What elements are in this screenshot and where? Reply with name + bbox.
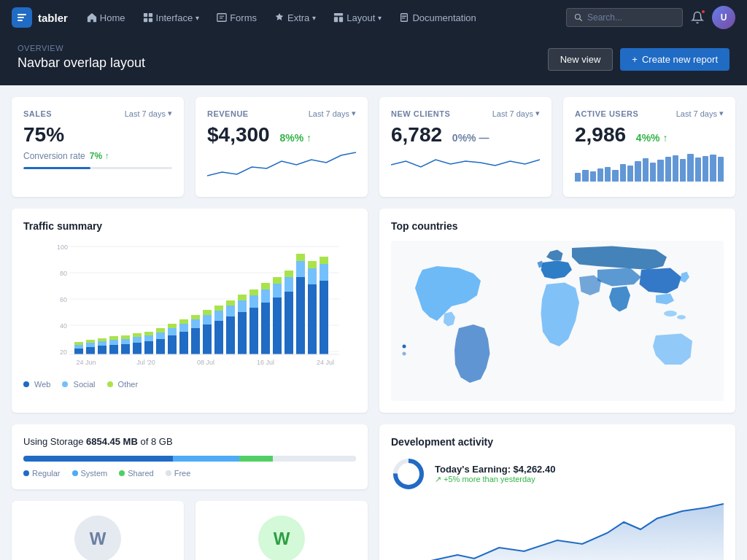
svg-rect-58	[226, 316, 235, 354]
earnings-donut	[391, 456, 426, 491]
svg-rect-34	[133, 343, 142, 354]
main-content: SALES Last 7 days ▾ 75% Conversion rate …	[0, 85, 747, 560]
svg-rect-72	[273, 277, 282, 284]
web-dot	[23, 381, 29, 387]
svg-rect-3	[148, 18, 152, 22]
search-input[interactable]: Search...	[566, 8, 683, 27]
nav-extra[interactable]: Extra ▾	[267, 8, 323, 28]
notifications-button[interactable]	[686, 6, 709, 29]
svg-rect-74	[285, 277, 293, 292]
svg-rect-37	[144, 341, 153, 354]
subheader: OVERVIEW Navbar overlap layout New view …	[0, 35, 747, 85]
svg-rect-71	[273, 284, 282, 298]
legend-web: Web	[23, 380, 50, 389]
svg-rect-63	[238, 295, 247, 300]
storage-legend: Regular System Shared Free	[23, 469, 356, 478]
stat-value-clients: 6,782 0%% —	[391, 124, 540, 147]
svg-rect-20	[74, 345, 83, 349]
svg-rect-80	[308, 268, 317, 284]
storage-regular	[23, 456, 173, 462]
stat-period-revenue[interactable]: Last 7 days ▾	[309, 109, 356, 118]
svg-rect-30	[109, 336, 118, 340]
svg-point-93	[403, 344, 406, 348]
clients-sparkline	[391, 147, 540, 183]
free-dot	[166, 470, 171, 476]
svg-rect-5	[334, 13, 343, 16]
svg-rect-59	[226, 306, 235, 316]
svg-rect-83	[320, 264, 328, 281]
extra-chevron: ▾	[312, 14, 316, 22]
svg-rect-38	[144, 335, 153, 341]
stat-card-clients: NEW CLIENTS Last 7 days ▾ 6,782 0%% —	[379, 97, 551, 197]
dev-activity-title: Development activity	[391, 436, 724, 448]
create-report-button[interactable]: + Create new report	[620, 48, 729, 71]
svg-rect-76	[296, 277, 305, 354]
storage-shared	[239, 456, 273, 462]
brand-logo	[12, 7, 32, 28]
stats-row: SALES Last 7 days ▾ 75% Conversion rate …	[12, 97, 735, 197]
svg-rect-78	[296, 254, 305, 261]
svg-rect-64	[249, 308, 258, 354]
conversion-label: Conversion rate	[23, 151, 85, 161]
svg-rect-19	[74, 349, 83, 354]
nav-forms[interactable]: Forms	[209, 8, 264, 28]
svg-rect-60	[226, 300, 235, 306]
brand[interactable]: tabler	[12, 7, 68, 28]
conversion-bar	[23, 167, 172, 169]
traffic-summary-title: Traffic summary	[23, 220, 356, 232]
svg-rect-39	[144, 332, 153, 335]
svg-rect-66	[249, 289, 258, 295]
svg-rect-77	[296, 261, 305, 277]
chevron-down-icon: ▾	[168, 109, 172, 118]
earning-label: Today's Earning: $4,262.40	[435, 464, 555, 475]
stat-period-sales[interactable]: Last 7 days ▾	[125, 109, 172, 118]
svg-text:24 Jun: 24 Jun	[76, 359, 96, 366]
svg-rect-32	[121, 339, 130, 344]
chevron-down-icon: ▾	[719, 109, 724, 118]
regular-dot	[23, 470, 29, 476]
world-map	[391, 241, 724, 401]
svg-rect-67	[261, 303, 270, 354]
svg-text:40: 40	[60, 322, 67, 330]
social-dot	[62, 381, 68, 387]
conversion-fill	[23, 167, 90, 169]
dev-chart-svg	[391, 500, 724, 560]
svg-rect-44	[168, 328, 177, 335]
legend-regular: Regular	[23, 469, 61, 478]
storage-card: Using Storage 6854.45 MB of 8 GB Regular	[12, 424, 368, 489]
stat-label-users: ACTIVE USERS	[575, 109, 638, 118]
stat-period-users[interactable]: Last 7 days ▾	[676, 109, 724, 118]
project-avatar-0: W	[74, 516, 121, 560]
stat-period-clients[interactable]: Last 7 days ▾	[492, 109, 540, 118]
stat-value-users: 2,986 4%% ↑	[575, 124, 724, 147]
stat-header-sales: SALES Last 7 days ▾	[23, 109, 172, 118]
nav-docs[interactable]: Documentation	[392, 8, 483, 28]
svg-rect-84	[320, 257, 328, 264]
svg-rect-0	[143, 13, 147, 17]
legend-social: Social	[62, 380, 95, 389]
lower-section: Using Storage 6854.45 MB of 8 GB Regular	[12, 424, 735, 560]
svg-rect-24	[86, 340, 95, 343]
nav-layout[interactable]: Layout ▾	[326, 8, 389, 28]
stat-header-revenue: REVENUE Last 7 days ▾	[207, 109, 356, 118]
avatar[interactable]: U	[712, 6, 735, 29]
svg-rect-42	[156, 328, 165, 332]
notification-badge	[700, 9, 706, 15]
shared-dot	[119, 470, 125, 476]
revenue-sparkline	[207, 147, 356, 183]
chevron-down-icon: ▾	[535, 109, 540, 118]
new-view-button[interactable]: New view	[548, 48, 614, 71]
dev-activity-card: Development activity Today's Earning: $4…	[379, 424, 735, 560]
svg-rect-6	[334, 17, 338, 22]
dev-chart	[391, 500, 724, 560]
nav-interface[interactable]: Interface ▾	[136, 8, 207, 28]
plus-icon: +	[632, 54, 638, 65]
storage-header: Using Storage 6854.45 MB of 8 GB	[23, 436, 356, 447]
svg-rect-65	[249, 295, 258, 308]
layout-chevron: ▾	[378, 14, 382, 22]
stat-card-sales: SALES Last 7 days ▾ 75% Conversion rate …	[12, 97, 184, 197]
svg-rect-2	[143, 18, 147, 22]
svg-text:24 Jul: 24 Jul	[317, 359, 334, 366]
stat-header-users: ACTIVE USERS Last 7 days ▾	[575, 109, 724, 118]
nav-home[interactable]: Home	[80, 8, 133, 28]
